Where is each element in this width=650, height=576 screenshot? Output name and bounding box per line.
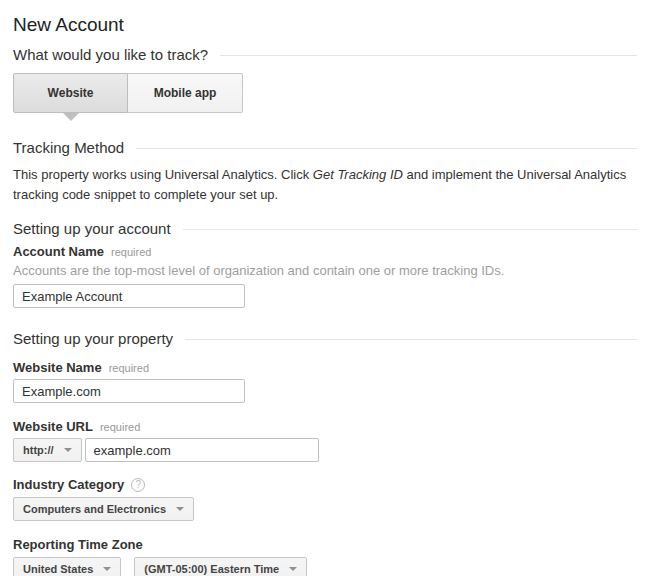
industry-category-value: Computers and Electronics	[23, 503, 166, 515]
heading-rule	[183, 229, 637, 230]
tracking-method-heading: Tracking Method	[13, 139, 637, 157]
url-protocol-dropdown[interactable]: http://	[13, 438, 82, 462]
new-account-page: New Account What would you like to track…	[0, 14, 650, 576]
account-name-label: Account Name required	[13, 244, 637, 260]
track-type-tabs: Website Mobile app	[13, 73, 637, 121]
account-name-input[interactable]	[13, 284, 245, 308]
tracking-method-description: This property works using Universal Anal…	[13, 165, 637, 205]
website-url-label-text: Website URL	[13, 419, 93, 435]
chevron-down-icon	[176, 507, 184, 511]
property-section-heading-label: Setting up your property	[13, 330, 173, 348]
website-name-label-text: Website Name	[13, 360, 102, 376]
heading-rule	[136, 148, 637, 149]
help-icon[interactable]: ?	[131, 478, 145, 492]
description-emphasis: Get Tracking ID	[313, 167, 403, 182]
tab-website-label: Website	[48, 86, 94, 100]
url-protocol-value: http://	[23, 444, 54, 456]
timezone-zone-dropdown[interactable]: (GMT-05:00) Eastern Time	[134, 557, 307, 576]
required-badge: required	[111, 244, 151, 260]
heading-rule	[185, 339, 637, 340]
account-section-heading: Setting up your account	[13, 220, 637, 238]
page-title: New Account	[13, 14, 637, 36]
chevron-down-icon	[289, 567, 297, 571]
reporting-timezone-row: United States (GMT-05:00) Eastern Time	[13, 557, 637, 576]
required-badge: required	[109, 360, 149, 376]
tracking-method-heading-label: Tracking Method	[13, 139, 124, 157]
tab-website[interactable]: Website	[13, 73, 128, 113]
website-url-input[interactable]	[85, 438, 319, 462]
timezone-country-dropdown[interactable]: United States	[13, 557, 121, 576]
tab-mobile-app[interactable]: Mobile app	[128, 73, 243, 113]
website-name-label: Website Name required	[13, 360, 637, 376]
tab-group: Website Mobile app	[13, 73, 637, 113]
tab-mobile-app-label: Mobile app	[154, 86, 217, 100]
timezone-country-value: United States	[23, 563, 93, 575]
description-text: This property works using Universal Anal…	[13, 167, 313, 182]
property-section-heading: Setting up your property	[13, 330, 637, 348]
chevron-down-icon	[64, 448, 72, 452]
website-url-label: Website URL required	[13, 419, 637, 435]
industry-category-label-text: Industry Category	[13, 477, 124, 493]
required-badge: required	[100, 419, 140, 435]
heading-rule	[220, 55, 637, 56]
selected-tab-pointer-icon	[63, 113, 79, 121]
website-url-row: http://	[13, 438, 637, 462]
account-name-helper: Accounts are the top-most level of organ…	[13, 263, 637, 279]
track-section-heading: What would you like to track?	[13, 46, 637, 64]
industry-category-dropdown[interactable]: Computers and Electronics	[13, 497, 194, 521]
chevron-down-icon	[103, 567, 111, 571]
account-section-heading-label: Setting up your account	[13, 220, 171, 238]
industry-category-label: Industry Category ?	[13, 477, 637, 493]
website-name-input[interactable]	[13, 379, 245, 403]
account-name-label-text: Account Name	[13, 244, 104, 260]
timezone-zone-value: (GMT-05:00) Eastern Time	[144, 563, 279, 575]
reporting-timezone-label: Reporting Time Zone	[13, 537, 637, 553]
track-section-heading-label: What would you like to track?	[13, 46, 208, 64]
reporting-timezone-label-text: Reporting Time Zone	[13, 537, 143, 553]
industry-category-row: Computers and Electronics	[13, 497, 637, 521]
